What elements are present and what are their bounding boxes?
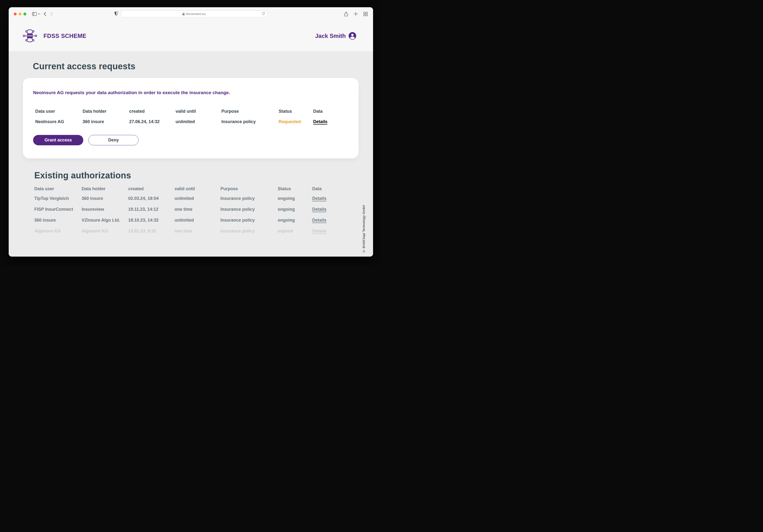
authorizations-table: Data user Data holder created valid unti… xyxy=(23,186,359,234)
close-window-button[interactable] xyxy=(14,13,17,15)
status-badge: expired xyxy=(278,229,312,234)
cell-data-user: NeoInsure AG xyxy=(35,119,82,124)
details-link[interactable]: Details xyxy=(312,196,326,201)
status-badge: Requested xyxy=(278,119,313,124)
authorization-row: TipTop Vergleich 360 insure 02.03.24, 18… xyxy=(34,196,359,201)
chevron-down-icon[interactable] xyxy=(38,13,40,15)
site-title: FDSS SCHEME xyxy=(44,33,86,39)
col-valid-until: valid until xyxy=(174,186,220,191)
zoom-window-button[interactable] xyxy=(23,13,26,15)
cell-purpose: Insurance policy xyxy=(221,119,278,124)
lock-icon xyxy=(182,12,185,15)
copyright-notice: © BANKSapi Technology GmbH xyxy=(362,205,366,253)
col-data-holder: Data holder xyxy=(82,109,129,114)
cell-data-user: Algosure KG xyxy=(34,229,82,234)
browser-toolbar: finconnect.eu xyxy=(9,7,373,21)
col-data-user: Data user xyxy=(34,186,82,191)
deny-button[interactable]: Deny xyxy=(88,135,139,145)
cell-valid-until: one time xyxy=(174,229,220,234)
col-created: created xyxy=(129,109,175,114)
cell-purpose: Insurance policy xyxy=(220,218,278,223)
svg-text:FDSS: FDSS xyxy=(27,35,33,37)
col-data: Data xyxy=(312,186,359,191)
cell-data-user: 360 insure xyxy=(34,218,82,223)
cell-valid-until: one time xyxy=(174,207,220,212)
window-controls xyxy=(14,13,26,15)
site-header: FDSS FDSS SCHEME Jack Smith xyxy=(9,21,373,51)
new-tab-icon[interactable] xyxy=(354,12,358,16)
col-purpose: Purpose xyxy=(221,109,278,114)
col-data-user: Data user xyxy=(35,109,82,114)
browser-window: finconnect.eu xyxy=(9,7,373,257)
cell-valid-until: unlimited xyxy=(174,196,220,201)
toolbar-divider xyxy=(42,12,42,16)
page-title: Current access requests xyxy=(23,51,359,78)
details-link[interactable]: Details xyxy=(313,119,327,124)
user-name: Jack Smith xyxy=(315,33,346,39)
reload-icon[interactable] xyxy=(262,12,265,16)
request-table-row: NeoInsure AG 360 insure 27.06.24, 14:32 … xyxy=(33,119,348,124)
cell-data-holder: Algosure KG xyxy=(82,229,128,234)
tab-overview-icon[interactable] xyxy=(364,12,368,16)
col-created: created xyxy=(128,186,174,191)
forward-button[interactable] xyxy=(51,12,53,16)
col-data-holder: Data holder xyxy=(82,186,128,191)
col-purpose: Purpose xyxy=(220,186,278,191)
authorization-row: 360 insure VZinsure Algo Ltd. 18.10.23, … xyxy=(34,218,359,223)
authorization-row: Algosure KG Algosure KG 13.01.23, 9:32 o… xyxy=(34,229,359,234)
col-valid-until: valid until xyxy=(175,109,221,114)
col-status: Status xyxy=(278,109,313,114)
cell-data-user: FISP InsurConnect xyxy=(34,207,82,212)
authorizations-table-header: Data user Data holder created valid unti… xyxy=(34,186,359,191)
request-message: Neoinsure AG requests your data authoriz… xyxy=(33,90,348,95)
request-table-header: Data user Data holder created valid unti… xyxy=(33,109,348,114)
details-link[interactable]: Details xyxy=(312,207,326,212)
minimize-window-button[interactable] xyxy=(19,13,22,15)
details-link[interactable]: Details xyxy=(312,229,326,234)
col-status: Status xyxy=(278,186,312,191)
brand[interactable]: FDSS FDSS SCHEME xyxy=(23,30,86,42)
request-actions: Grant access Deny xyxy=(33,135,348,145)
cell-created: 18.10.23, 14:32 xyxy=(128,218,174,223)
share-icon[interactable] xyxy=(344,12,348,16)
cell-purpose: Insurance policy xyxy=(220,229,278,234)
address-bar[interactable]: finconnect.eu xyxy=(121,10,268,17)
user-menu[interactable]: Jack Smith xyxy=(315,32,356,40)
authorization-row: FISP InsurConnect Insureview 19.11.23, 1… xyxy=(34,207,359,212)
fdss-logo-icon: FDSS xyxy=(23,30,37,42)
cell-created: 13.01.23, 9:32 xyxy=(128,229,174,234)
col-data: Data xyxy=(313,109,348,114)
status-badge: ongoing xyxy=(278,207,312,212)
status-badge: ongoing xyxy=(278,218,312,223)
cell-created: 19.11.23, 14:12 xyxy=(128,207,174,212)
cell-created: 02.03.24, 18:04 xyxy=(128,196,174,201)
cell-valid-until: unlimited xyxy=(174,218,220,223)
cell-valid-until: unlimited xyxy=(175,119,221,124)
cell-purpose: Insurance policy xyxy=(220,207,278,212)
grant-access-button[interactable]: Grant access xyxy=(33,135,83,145)
main-content: Current access requests Neoinsure AG req… xyxy=(9,51,373,257)
cell-created: 27.06.24, 14:32 xyxy=(129,119,175,124)
sidebar-icon[interactable] xyxy=(32,12,37,16)
authorizations-title: Existing authorizations xyxy=(23,159,359,186)
cell-data-holder: VZinsure Algo Ltd. xyxy=(82,218,128,223)
details-link[interactable]: Details xyxy=(312,218,326,223)
privacy-shield-icon[interactable] xyxy=(114,11,118,17)
back-button[interactable] xyxy=(44,12,46,16)
cell-data-holder: Insureview xyxy=(82,207,128,212)
url-text: finconnect.eu xyxy=(186,12,205,16)
cell-data-user: TipTop Vergleich xyxy=(34,196,82,201)
status-badge: ongoing xyxy=(278,196,312,201)
cell-data-holder: 360 insure xyxy=(82,196,128,201)
cell-purpose: Insurance policy xyxy=(220,196,278,201)
access-request-card: Neoinsure AG requests your data authoriz… xyxy=(23,78,359,159)
user-avatar-icon xyxy=(349,32,356,40)
cell-data-holder: 360 insure xyxy=(82,119,129,124)
